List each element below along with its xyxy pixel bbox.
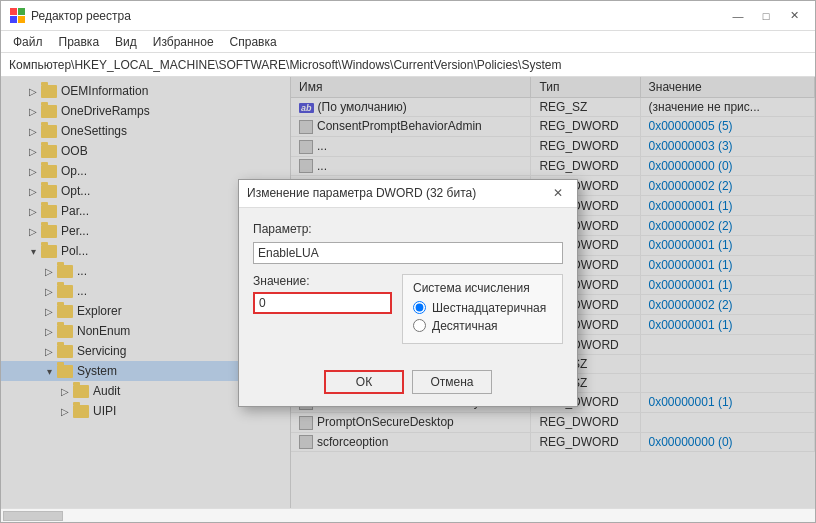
dialog-title-bar: Изменение параметра DWORD (32 бита) ✕: [239, 180, 577, 208]
window-title: Редактор реестра: [31, 9, 725, 23]
value-input[interactable]: [253, 292, 392, 314]
dword-dialog: Изменение параметра DWORD (32 бита) ✕ Па…: [238, 179, 578, 407]
title-controls: — □ ✕: [725, 6, 807, 26]
dialog-close-button[interactable]: ✕: [547, 184, 569, 202]
menu-edit[interactable]: Правка: [51, 33, 108, 51]
menu-bar: Файл Правка Вид Избранное Справка: [1, 31, 815, 53]
value-label: Значение:: [253, 274, 392, 288]
horizontal-scrollbar[interactable]: [1, 508, 815, 522]
content-area: ▷ OEMInformation ▷ OneDriveRamps ▷ OneSe…: [1, 77, 815, 508]
app-icon: [9, 8, 25, 24]
close-button[interactable]: ✕: [781, 6, 807, 26]
dialog-row: Значение: Система исчисления Шестнадцате…: [253, 274, 563, 344]
menu-view[interactable]: Вид: [107, 33, 145, 51]
ok-button[interactable]: ОК: [324, 370, 404, 394]
dec-radio[interactable]: [413, 319, 426, 332]
menu-help[interactable]: Справка: [222, 33, 285, 51]
cancel-button[interactable]: Отмена: [412, 370, 492, 394]
address-path: Компьютер\HKEY_LOCAL_MACHINE\SOFTWARE\Mi…: [9, 58, 561, 72]
dec-radio-label[interactable]: Десятичная: [413, 319, 552, 333]
maximize-button[interactable]: □: [753, 6, 779, 26]
numbase-title: Система исчисления: [413, 281, 552, 295]
dialog-title: Изменение параметра DWORD (32 бита): [247, 186, 547, 200]
main-window: Редактор реестра — □ ✕ Файл Правка Вид И…: [0, 0, 816, 523]
numbase-section: Система исчисления Шестнадцатеричная Дес…: [402, 274, 563, 344]
dialog-buttons: ОК Отмена: [239, 366, 577, 406]
value-section: Значение:: [253, 274, 392, 344]
hex-radio-label[interactable]: Шестнадцатеричная: [413, 301, 552, 315]
param-label: Параметр:: [253, 222, 563, 236]
hex-radio-text: Шестнадцатеричная: [432, 301, 546, 315]
param-value-input[interactable]: [253, 242, 563, 264]
title-bar: Редактор реестра — □ ✕: [1, 1, 815, 31]
menu-file[interactable]: Файл: [5, 33, 51, 51]
address-bar: Компьютер\HKEY_LOCAL_MACHINE\SOFTWARE\Mi…: [1, 53, 815, 77]
modal-overlay: Изменение параметра DWORD (32 бита) ✕ Па…: [1, 77, 815, 508]
dialog-body: Параметр: Значение: Система исчисления Ш…: [239, 208, 577, 366]
dec-radio-text: Десятичная: [432, 319, 498, 333]
scrollbar-thumb[interactable]: [3, 511, 63, 521]
menu-favorites[interactable]: Избранное: [145, 33, 222, 51]
minimize-button[interactable]: —: [725, 6, 751, 26]
hex-radio[interactable]: [413, 301, 426, 314]
